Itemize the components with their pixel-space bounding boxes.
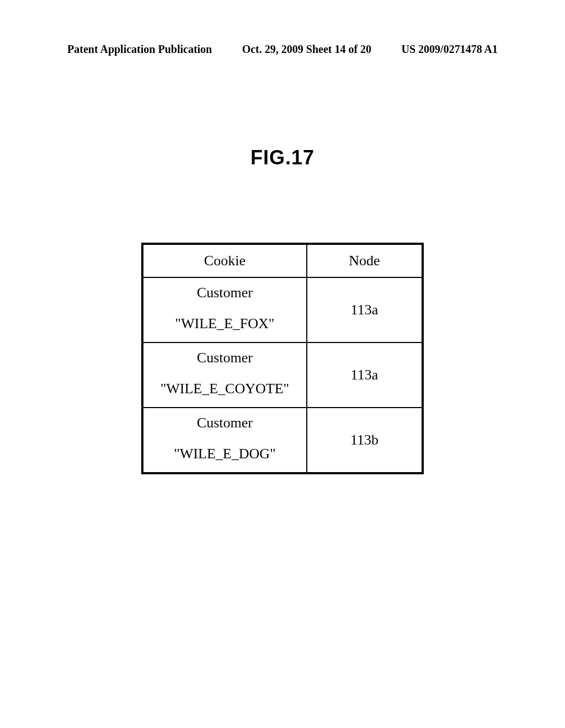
cookie-cell: Customer "WILE_E_COYOTE"	[142, 342, 307, 408]
node-cell: 113a	[307, 342, 423, 408]
page-header: Patent Application Publication Oct. 29, …	[0, 43, 565, 56]
node-cell: 113b	[307, 408, 423, 473]
figure-table-wrap: Cookie Node Customer "WILE_E_FOX" 113a	[141, 243, 424, 474]
col-header-cookie: Cookie	[142, 244, 307, 277]
cookie-cell: Customer "WILE_E_FOX"	[142, 277, 307, 342]
cookie-type-label: Customer	[148, 350, 302, 366]
cookie-value: "WILE_E_FOX"	[148, 315, 302, 332]
table-header-row: Cookie Node	[142, 244, 423, 277]
cookie-value: "WILE_E_DOG"	[148, 446, 302, 462]
cookie-value: "WILE_E_COYOTE"	[148, 381, 302, 397]
cookie-type-label: Customer	[148, 285, 302, 301]
col-header-node: Node	[307, 244, 423, 277]
page-header-inner: Patent Application Publication Oct. 29, …	[67, 43, 498, 56]
table-row: Customer "WILE_E_FOX" 113a	[142, 277, 423, 342]
cookie-type-label: Customer	[148, 415, 302, 431]
patent-page: Patent Application Publication Oct. 29, …	[0, 0, 565, 728]
header-date-sheet: Oct. 29, 2009 Sheet 14 of 20	[242, 43, 371, 56]
node-cell: 113a	[307, 277, 423, 342]
table-row: Customer "WILE_E_COYOTE" 113a	[142, 342, 423, 408]
header-publication-type: Patent Application Publication	[67, 43, 212, 56]
table-row: Customer "WILE_E_DOG" 113b	[142, 408, 423, 473]
figure-label: FIG.17	[0, 146, 565, 169]
header-publication-number: US 2009/0271478 A1	[402, 43, 498, 56]
cookie-cell: Customer "WILE_E_DOG"	[142, 408, 307, 473]
cookie-node-table: Cookie Node Customer "WILE_E_FOX" 113a	[141, 243, 424, 474]
